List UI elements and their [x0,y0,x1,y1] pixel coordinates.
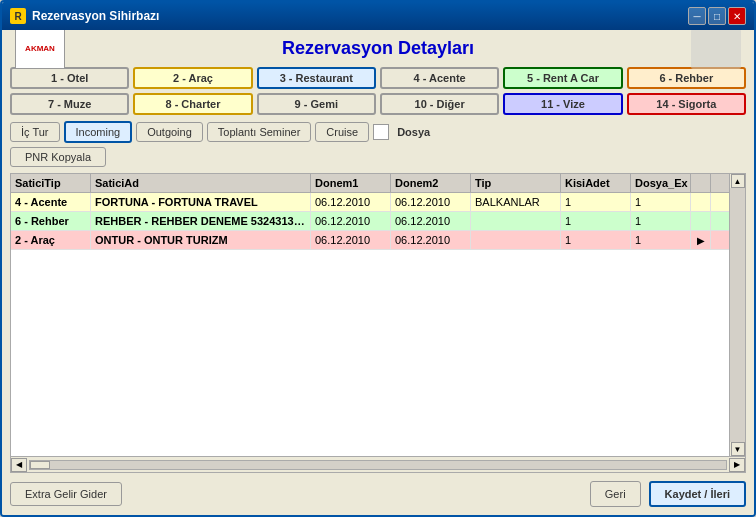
cruise-button[interactable]: Cruise [315,122,369,142]
stamp-area [686,30,746,71]
pnr-kopyala-button[interactable]: PNR Kopyala [10,147,106,167]
main-window: R Rezervasyon Sihirbazı ─ □ ✕ AKMAN Reze… [0,0,756,517]
pnr-row: PNR Kopyala [10,147,746,167]
cell-donem1: 06.12.2010 [311,231,391,249]
vertical-scrollbar[interactable]: ▲ ▼ [729,174,745,456]
table-inner: SaticiTip SaticiAd Donem1 Donem2 Tip Kis… [11,174,729,456]
tab-muze[interactable]: 7 - Muze [10,93,129,115]
scroll-left-button[interactable]: ◀ [11,458,27,472]
col-donem2: Donem2 [391,174,471,192]
logo: AKMAN [15,30,65,69]
maximize-button[interactable]: □ [708,7,726,25]
horizontal-scrollbar[interactable]: ◀ ▶ [11,456,745,472]
scroll-right-button[interactable]: ▶ [729,458,745,472]
row-indicator-active: ▶ [691,231,711,249]
title-controls: ─ □ ✕ [688,7,746,25]
incoming-button[interactable]: Incoming [64,121,133,143]
extra-gelir-gider-button[interactable]: Extra Gelir Gider [10,482,122,506]
cell-satici-ad: REHBER - REHBER DENEME 5324313388 [91,212,311,230]
cell-satici-tip: 4 - Acente [11,193,91,211]
kaydet-ileri-button[interactable]: Kaydet / İleri [649,481,746,507]
table-area: SaticiTip SaticiAd Donem1 Donem2 Tip Kis… [10,173,746,473]
header-area: AKMAN Rezervasyon Detayları [10,38,746,59]
cell-tip: BALKANLAR [471,193,561,211]
h-scroll-track [29,460,727,470]
cell-satici-ad: ONTUR - ONTUR TURIZM [91,231,311,249]
outgoing-button[interactable]: Outgoing [136,122,203,142]
dosya-label: Dosya [397,126,430,138]
cell-donem1: 06.12.2010 [311,193,391,211]
tab-arac[interactable]: 2 - Araç [133,67,252,89]
cell-tip [471,231,561,249]
cell-donem2: 06.12.2010 [391,193,471,211]
minimize-button[interactable]: ─ [688,7,706,25]
cell-kisi-adet: 1 [561,212,631,230]
title-bar-left: R Rezervasyon Sihirbazı [10,8,159,24]
table-row[interactable]: 6 - Rehber REHBER - REHBER DENEME 532431… [11,212,729,231]
cell-kisi-adet: 1 [561,193,631,211]
app-icon: R [10,8,26,24]
col-satici-ad: SaticiAd [91,174,311,192]
tab-charter[interactable]: 8 - Charter [133,93,252,115]
stamp-image [691,30,741,69]
cell-donem2: 06.12.2010 [391,231,471,249]
cell-donem2: 06.12.2010 [391,212,471,230]
cell-dosya-ex: 1 [631,231,691,249]
col-kisi-adet: KisiAdet [561,174,631,192]
cell-satici-tip: 2 - Araç [11,231,91,249]
ic-tur-button[interactable]: İç Tur [10,122,60,142]
tab-vize[interactable]: 11 - Vize [503,93,622,115]
action-row: İç Tur Incoming Outgoing Toplantı Semine… [10,121,746,143]
col-scroll-placeholder [691,174,711,192]
table-header: SaticiTip SaticiAd Donem1 Donem2 Tip Kis… [11,174,729,193]
col-tip: Tip [471,174,561,192]
footer-right: Geri Kaydet / İleri [590,481,746,507]
toplanti-button[interactable]: Toplantı Seminer [207,122,312,142]
table-row[interactable]: 2 - Araç ONTUR - ONTUR TURIZM 06.12.2010… [11,231,729,250]
cell-dosya-ex: 1 [631,212,691,230]
cell-kisi-adet: 1 [561,231,631,249]
col-satici-tip: SaticiTip [11,174,91,192]
h-scroll-thumb[interactable] [30,461,50,469]
tab-gemi[interactable]: 9 - Gemi [257,93,376,115]
tab-sigorta[interactable]: 14 - Sigorta [627,93,746,115]
tab-restaurant[interactable]: 3 - Restaurant [257,67,376,89]
cell-satici-tip: 6 - Rehber [11,212,91,230]
table-body: 4 - Acente FORTUNA - FORTUNA TRAVEL 06.1… [11,193,729,250]
window-title: Rezervasyon Sihirbazı [32,9,159,23]
row-indicator [691,193,711,211]
cell-donem1: 06.12.2010 [311,212,391,230]
tabs-row2: 7 - Muze 8 - Charter 9 - Gemi 10 - Diğer… [10,93,746,115]
title-bar: R Rezervasyon Sihirbazı ─ □ ✕ [2,2,754,30]
scroll-up-button[interactable]: ▲ [731,174,745,188]
cell-satici-ad: FORTUNA - FORTUNA TRAVEL [91,193,311,211]
geri-button[interactable]: Geri [590,481,641,507]
col-donem1: Donem1 [311,174,391,192]
checkbox[interactable] [373,124,389,140]
col-dosya-ex: Dosya_Ex [631,174,691,192]
close-button[interactable]: ✕ [728,7,746,25]
row-indicator [691,212,711,230]
table-wrapper: SaticiTip SaticiAd Donem1 Donem2 Tip Kis… [11,174,745,456]
footer: Extra Gelir Gider Geri Kaydet / İleri [10,477,746,507]
page-title: Rezervasyon Detayları [282,38,474,59]
tab-diger[interactable]: 10 - Diğer [380,93,499,115]
tab-acente[interactable]: 4 - Acente [380,67,499,89]
logo-area: AKMAN [10,30,70,71]
scroll-track [730,188,745,442]
cell-dosya-ex: 1 [631,193,691,211]
scroll-down-button[interactable]: ▼ [731,442,745,456]
tab-rent-a-car[interactable]: 5 - Rent A Car [503,67,622,89]
content-area: AKMAN Rezervasyon Detayları 1 - Otel 2 -… [2,30,754,515]
tabs-row1: 1 - Otel 2 - Araç 3 - Restaurant 4 - Ace… [10,67,746,89]
cell-tip [471,212,561,230]
table-row[interactable]: 4 - Acente FORTUNA - FORTUNA TRAVEL 06.1… [11,193,729,212]
